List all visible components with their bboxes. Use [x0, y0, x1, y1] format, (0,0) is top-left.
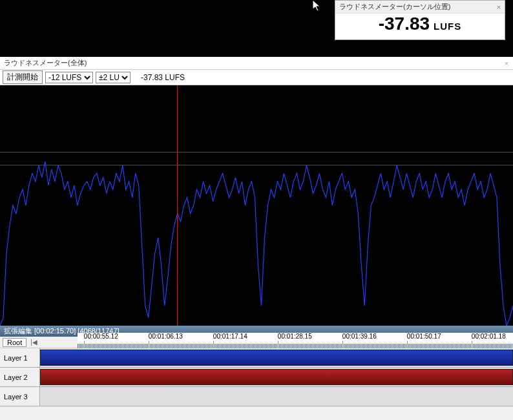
close-icon[interactable]: × [493, 3, 505, 11]
mouse-cursor-icon [313, 0, 323, 13]
timeline-panel: Root |◀ 00:00:55.1200:01:06.1300:01:17.1… [0, 337, 513, 420]
audio-clip[interactable] [40, 369, 513, 385]
cursor-meter-title: ラウドネスメーター(カーソル位置) [339, 2, 450, 12]
target-lower-line [0, 165, 513, 165]
timeline-tick: 00:01:50.17 [407, 333, 441, 340]
timeline-tick: 00:01:28.15 [278, 333, 312, 340]
layer-label[interactable]: Layer 3 [0, 387, 40, 406]
playhead-line[interactable] [177, 85, 178, 326]
overall-meter-title: ラウドネスメーター(全体) [4, 58, 87, 68]
target-upper-line [0, 152, 513, 152]
close-icon[interactable]: × [500, 59, 513, 67]
rewind-icon[interactable]: |◀ [30, 339, 37, 346]
target-lufs-dropdown[interactable]: -12 LUFS [45, 72, 93, 83]
cursor-meter-number: -37.83 [379, 14, 430, 34]
video-clip[interactable] [40, 350, 513, 366]
timeline-tick: 00:01:06.13 [149, 333, 183, 340]
root-button[interactable]: Root [3, 338, 26, 347]
layer-3-track[interactable] [40, 387, 513, 406]
timeline-layer-3: Layer 3 [0, 387, 513, 406]
timeline-tick: 00:01:17.14 [213, 333, 247, 340]
cursor-meter-titlebar[interactable]: ラウドネスメーター(カーソル位置) × [335, 1, 505, 14]
timeline-layer-1: Layer 1 [0, 348, 513, 368]
cursor-loudness-meter: ラウドネスメーター(カーソル位置) × -37.83 LUFS [335, 0, 505, 40]
loudness-graph[interactable] [0, 85, 513, 326]
layer-label[interactable]: Layer 2 [0, 368, 40, 386]
layer-2-track[interactable] [40, 368, 513, 386]
tolerance-lu-dropdown[interactable]: ±2 LU [96, 72, 131, 83]
timeline-tick: 00:00:55.12 [84, 333, 118, 340]
loudness-readout: -37.83 LUFS [141, 73, 185, 82]
timeline-tick: 00:02:01.18 [472, 333, 506, 340]
cursor-meter-value: -37.83 LUFS [335, 14, 505, 41]
timeline-tick: 00:01:39.16 [342, 333, 377, 340]
layer-label[interactable]: Layer 1 [0, 348, 40, 367]
timeline-top-row: Root |◀ 00:00:55.1200:01:06.1300:01:17.1… [0, 337, 513, 348]
overall-meter-titlebar[interactable]: ラウドネスメーター(全体) × [0, 57, 513, 70]
cursor-meter-unit: LUFS [434, 21, 461, 32]
timeline-layer-2: Layer 2 [0, 368, 513, 387]
layer-1-track[interactable] [40, 348, 513, 367]
start-measurement-button[interactable]: 計測開始 [3, 70, 43, 84]
loudness-waveform-svg [0, 85, 513, 326]
loudness-toolbar: 計測開始 -12 LUFS ±2 LU -37.83 LUFS [0, 70, 513, 85]
